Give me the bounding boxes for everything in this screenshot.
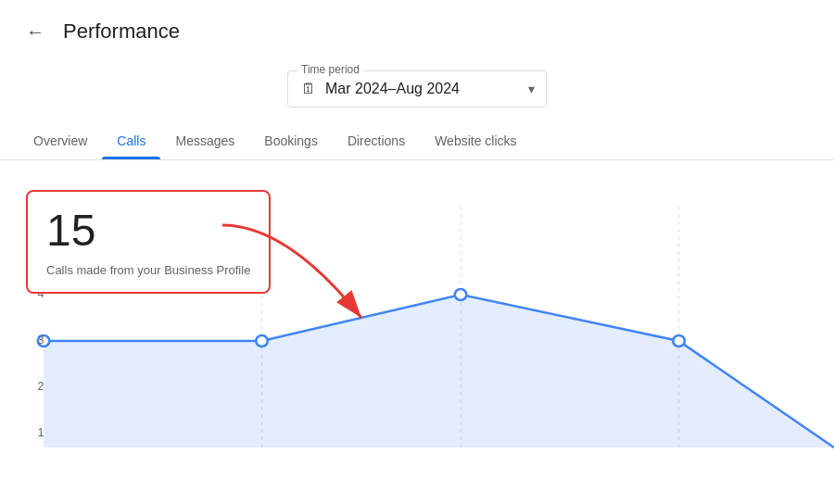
content-area: 15 Calls made from your Business Profile [0, 160, 834, 475]
svg-point-7 [455, 289, 467, 300]
page-title: Performance [63, 19, 180, 44]
tab-messages[interactable]: Messages [160, 122, 249, 159]
svg-marker-4 [44, 295, 834, 447]
tab-overview[interactable]: Overview [19, 122, 102, 159]
svg-point-8 [673, 335, 685, 346]
time-period-container: Time period 🗓 Mar 2024–Aug 2024 ▾ [0, 70, 834, 107]
back-button[interactable]: ← [19, 15, 52, 48]
tabs-container: Overview Calls Messages Bookings Directi… [0, 122, 834, 160]
tab-website-clicks[interactable]: Website clicks [420, 122, 531, 159]
stats-label: Calls made from your Business Profile [46, 263, 250, 277]
svg-text:3: 3 [37, 334, 44, 346]
time-period-value: Mar 2024–Aug 2024 [325, 81, 509, 97]
svg-text:1: 1 [37, 426, 44, 439]
svg-text:2: 2 [37, 380, 44, 393]
time-period-label: Time period [297, 63, 363, 76]
tab-bookings[interactable]: Bookings [249, 122, 333, 159]
stats-number: 15 [46, 207, 250, 256]
svg-point-6 [256, 335, 268, 346]
header: ← Performance [0, 0, 834, 63]
tab-directions[interactable]: Directions [333, 122, 420, 159]
tab-calls[interactable]: Calls [102, 122, 160, 159]
back-icon: ← [26, 21, 44, 43]
dropdown-arrow-icon: ▾ [528, 82, 535, 96]
time-period-selector[interactable]: Time period 🗓 Mar 2024–Aug 2024 ▾ [287, 70, 547, 107]
calendar-icon: 🗓 [301, 81, 316, 97]
stats-card: 15 Calls made from your Business Profile [26, 190, 271, 294]
